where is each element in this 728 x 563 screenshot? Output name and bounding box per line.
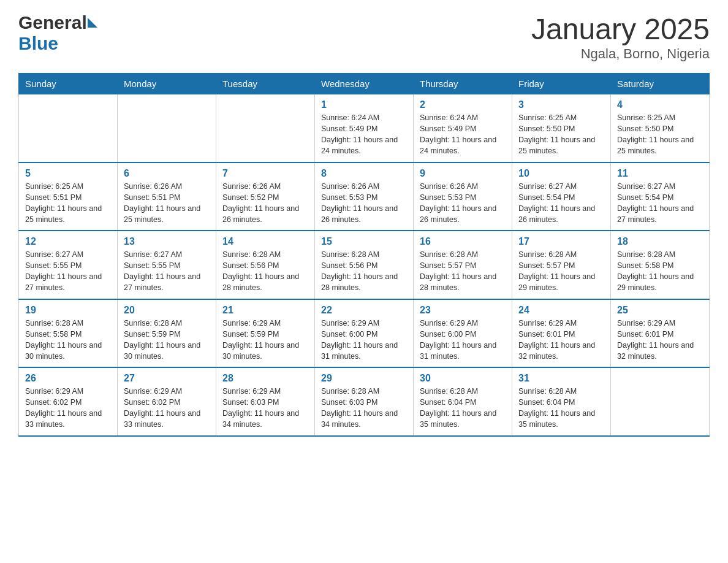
day-info: Sunrise: 6:29 AM Sunset: 6:01 PM Dayligh…	[518, 318, 604, 362]
day-number: 24	[518, 305, 604, 316]
day-info: Sunrise: 6:28 AM Sunset: 6:04 PM Dayligh…	[518, 386, 604, 431]
day-info: Sunrise: 6:29 AM Sunset: 5:59 PM Dayligh…	[222, 318, 308, 362]
day-number: 3	[518, 99, 604, 110]
day-info: Sunrise: 6:28 AM Sunset: 5:56 PM Dayligh…	[321, 249, 407, 294]
day-info: Sunrise: 6:29 AM Sunset: 6:01 PM Dayligh…	[617, 318, 703, 362]
day-number: 11	[617, 168, 703, 179]
header-monday: Monday	[118, 74, 216, 94]
day-info: Sunrise: 6:27 AM Sunset: 5:54 PM Dayligh…	[617, 181, 703, 226]
day-info: Sunrise: 6:27 AM Sunset: 5:55 PM Dayligh…	[25, 249, 111, 294]
day-info: Sunrise: 6:24 AM Sunset: 5:49 PM Dayligh…	[420, 112, 506, 157]
day-info: Sunrise: 6:28 AM Sunset: 5:58 PM Dayligh…	[25, 318, 111, 362]
logo-blue-text: Blue	[18, 33, 58, 53]
day-info: Sunrise: 6:25 AM Sunset: 5:51 PM Dayligh…	[25, 181, 111, 226]
day-info: Sunrise: 6:29 AM Sunset: 6:02 PM Dayligh…	[25, 386, 111, 431]
week-row-5: 26Sunrise: 6:29 AM Sunset: 6:02 PM Dayli…	[19, 367, 710, 436]
calendar-cell: 14Sunrise: 6:28 AM Sunset: 5:56 PM Dayli…	[216, 231, 315, 299]
calendar-cell: 17Sunrise: 6:28 AM Sunset: 5:57 PM Dayli…	[512, 231, 611, 299]
day-info: Sunrise: 6:29 AM Sunset: 6:03 PM Dayligh…	[222, 386, 308, 431]
day-number: 31	[518, 373, 604, 384]
day-number: 20	[124, 305, 210, 316]
day-info: Sunrise: 6:29 AM Sunset: 6:00 PM Dayligh…	[420, 318, 506, 362]
day-number: 30	[420, 373, 506, 384]
calendar-header: Sunday Monday Tuesday Wednesday Thursday…	[19, 74, 710, 94]
calendar-cell: 27Sunrise: 6:29 AM Sunset: 6:02 PM Dayli…	[118, 367, 216, 436]
calendar-table: Sunday Monday Tuesday Wednesday Thursday…	[18, 73, 710, 437]
day-info: Sunrise: 6:28 AM Sunset: 5:56 PM Dayligh…	[222, 249, 308, 294]
calendar-cell: 19Sunrise: 6:28 AM Sunset: 5:58 PM Dayli…	[19, 299, 118, 368]
header-tuesday: Tuesday	[216, 74, 315, 94]
calendar-cell: 3Sunrise: 6:25 AM Sunset: 5:50 PM Daylig…	[512, 94, 611, 163]
day-number: 7	[222, 168, 308, 179]
day-number: 26	[25, 373, 111, 384]
day-number: 10	[518, 168, 604, 179]
day-number: 13	[124, 236, 210, 247]
day-info: Sunrise: 6:25 AM Sunset: 5:50 PM Dayligh…	[518, 112, 604, 157]
day-number: 6	[124, 168, 210, 179]
calendar-cell: 23Sunrise: 6:29 AM Sunset: 6:00 PM Dayli…	[414, 299, 512, 368]
day-number: 29	[321, 373, 407, 384]
calendar-cell: 11Sunrise: 6:27 AM Sunset: 5:54 PM Dayli…	[611, 163, 710, 231]
calendar-cell	[118, 94, 216, 163]
day-number: 9	[420, 168, 506, 179]
day-info: Sunrise: 6:25 AM Sunset: 5:50 PM Dayligh…	[617, 112, 703, 157]
day-number: 2	[420, 99, 506, 110]
day-info: Sunrise: 6:29 AM Sunset: 6:00 PM Dayligh…	[321, 318, 407, 362]
calendar-cell: 15Sunrise: 6:28 AM Sunset: 5:56 PM Dayli…	[315, 231, 414, 299]
day-info: Sunrise: 6:28 AM Sunset: 5:59 PM Dayligh…	[124, 318, 210, 362]
calendar-cell: 25Sunrise: 6:29 AM Sunset: 6:01 PM Dayli…	[611, 299, 710, 368]
page-header: General Blue January 2025 Ngala, Borno, …	[18, 12, 710, 62]
calendar-cell: 2Sunrise: 6:24 AM Sunset: 5:49 PM Daylig…	[414, 94, 512, 163]
calendar-cell: 12Sunrise: 6:27 AM Sunset: 5:55 PM Dayli…	[19, 231, 118, 299]
day-info: Sunrise: 6:28 AM Sunset: 6:04 PM Dayligh…	[420, 386, 506, 431]
day-info: Sunrise: 6:28 AM Sunset: 5:58 PM Dayligh…	[617, 249, 703, 294]
day-number: 17	[518, 236, 604, 247]
calendar-cell: 10Sunrise: 6:27 AM Sunset: 5:54 PM Dayli…	[512, 163, 611, 231]
logo-triangle-icon	[88, 18, 97, 28]
calendar-cell: 7Sunrise: 6:26 AM Sunset: 5:52 PM Daylig…	[216, 163, 315, 231]
day-info: Sunrise: 6:28 AM Sunset: 5:57 PM Dayligh…	[518, 249, 604, 294]
day-number: 15	[321, 236, 407, 247]
day-number: 12	[25, 236, 111, 247]
header-friday: Friday	[512, 74, 611, 94]
header-row: Sunday Monday Tuesday Wednesday Thursday…	[19, 74, 710, 94]
header-thursday: Thursday	[414, 74, 512, 94]
calendar-body: 1Sunrise: 6:24 AM Sunset: 5:49 PM Daylig…	[19, 94, 710, 436]
day-number: 23	[420, 305, 506, 316]
day-info: Sunrise: 6:24 AM Sunset: 5:49 PM Dayligh…	[321, 112, 407, 157]
calendar-cell: 18Sunrise: 6:28 AM Sunset: 5:58 PM Dayli…	[611, 231, 710, 299]
calendar-cell: 4Sunrise: 6:25 AM Sunset: 5:50 PM Daylig…	[611, 94, 710, 163]
calendar-cell: 28Sunrise: 6:29 AM Sunset: 6:03 PM Dayli…	[216, 367, 315, 436]
day-info: Sunrise: 6:26 AM Sunset: 5:52 PM Dayligh…	[222, 181, 308, 226]
header-wednesday: Wednesday	[315, 74, 414, 94]
calendar-cell: 8Sunrise: 6:26 AM Sunset: 5:53 PM Daylig…	[315, 163, 414, 231]
calendar-cell: 21Sunrise: 6:29 AM Sunset: 5:59 PM Dayli…	[216, 299, 315, 368]
day-number: 28	[222, 373, 308, 384]
day-number: 16	[420, 236, 506, 247]
logo: General Blue	[18, 12, 97, 54]
calendar-cell: 24Sunrise: 6:29 AM Sunset: 6:01 PM Dayli…	[512, 299, 611, 368]
day-number: 21	[222, 305, 308, 316]
calendar-cell: 20Sunrise: 6:28 AM Sunset: 5:59 PM Dayli…	[118, 299, 216, 368]
calendar-cell	[611, 367, 710, 436]
day-number: 8	[321, 168, 407, 179]
week-row-2: 5Sunrise: 6:25 AM Sunset: 5:51 PM Daylig…	[19, 163, 710, 231]
week-row-4: 19Sunrise: 6:28 AM Sunset: 5:58 PM Dayli…	[19, 299, 710, 368]
calendar-cell: 13Sunrise: 6:27 AM Sunset: 5:55 PM Dayli…	[118, 231, 216, 299]
day-number: 22	[321, 305, 407, 316]
calendar-cell	[216, 94, 315, 163]
day-info: Sunrise: 6:26 AM Sunset: 5:51 PM Dayligh…	[124, 181, 210, 226]
day-number: 27	[124, 373, 210, 384]
day-info: Sunrise: 6:27 AM Sunset: 5:55 PM Dayligh…	[124, 249, 210, 294]
day-info: Sunrise: 6:27 AM Sunset: 5:54 PM Dayligh…	[518, 181, 604, 226]
calendar-subtitle: Ngala, Borno, Nigeria	[531, 46, 710, 62]
calendar-cell: 9Sunrise: 6:26 AM Sunset: 5:53 PM Daylig…	[414, 163, 512, 231]
logo-general-text: General	[18, 12, 87, 33]
day-info: Sunrise: 6:26 AM Sunset: 5:53 PM Dayligh…	[321, 181, 407, 226]
calendar-cell: 5Sunrise: 6:25 AM Sunset: 5:51 PM Daylig…	[19, 163, 118, 231]
day-number: 5	[25, 168, 111, 179]
day-info: Sunrise: 6:28 AM Sunset: 6:03 PM Dayligh…	[321, 386, 407, 431]
calendar-title: January 2025	[531, 12, 710, 46]
calendar-cell: 30Sunrise: 6:28 AM Sunset: 6:04 PM Dayli…	[414, 367, 512, 436]
day-number: 19	[25, 305, 111, 316]
